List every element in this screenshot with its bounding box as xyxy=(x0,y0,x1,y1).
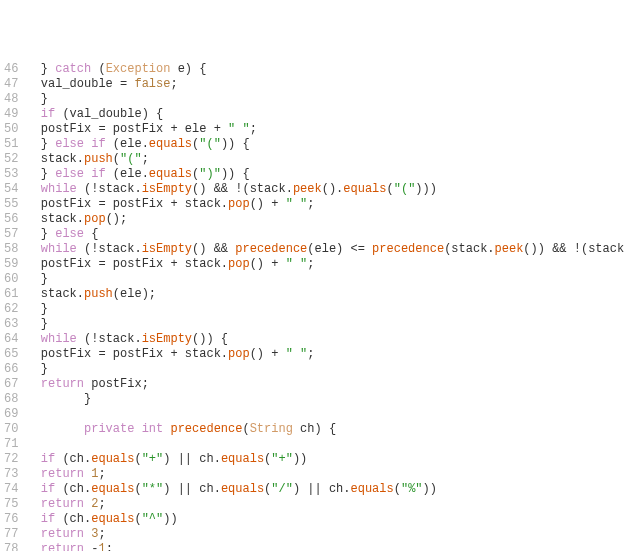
token xyxy=(26,182,40,196)
code-line[interactable]: if (val_double) { xyxy=(26,107,624,122)
line-number: 49 xyxy=(4,107,18,122)
token: )) xyxy=(423,482,437,496)
token: } xyxy=(26,272,48,286)
token: isEmpty xyxy=(142,332,192,346)
line-number: 76 xyxy=(4,512,18,527)
code-line[interactable]: while (!stack.isEmpty()) { xyxy=(26,332,624,347)
line-number-gutter: 4647484950515253545556575859606162636465… xyxy=(0,60,26,551)
token: } xyxy=(26,167,55,181)
code-line[interactable]: return 3; xyxy=(26,527,624,542)
token: )) { xyxy=(221,137,250,151)
token: (ele) <= xyxy=(307,242,372,256)
token: () + xyxy=(250,347,286,361)
token: catch xyxy=(55,62,91,76)
line-number: 50 xyxy=(4,122,18,137)
code-line[interactable]: } xyxy=(26,392,624,407)
code-line[interactable]: return 2; xyxy=(26,497,624,512)
token: ; xyxy=(98,497,105,511)
token: "%" xyxy=(401,482,423,496)
line-number: 69 xyxy=(4,407,18,422)
code-line[interactable]: } else if (ele.equals("(")) { xyxy=(26,137,624,152)
code-line[interactable]: stack.push("("; xyxy=(26,152,624,167)
code-line[interactable]: } xyxy=(26,317,624,332)
code-line[interactable]: private int precedence(String ch) { xyxy=(26,422,624,437)
token: "(" xyxy=(199,137,221,151)
token: ch) { xyxy=(293,422,336,436)
code-line[interactable]: return -1; xyxy=(26,542,624,551)
token: Exception xyxy=(106,62,171,76)
code-line[interactable]: postFix = postFix + stack.pop() + " "; xyxy=(26,347,624,362)
code-content[interactable]: } catch (Exception e) { val_double = fal… xyxy=(26,60,624,551)
code-line[interactable]: postFix = postFix + stack.pop() + " "; xyxy=(26,257,624,272)
code-line[interactable]: while (!stack.isEmpty() && !(stack.peek(… xyxy=(26,182,624,197)
token: precedence xyxy=(372,242,444,256)
line-number: 61 xyxy=(4,287,18,302)
token: " " xyxy=(228,122,250,136)
code-line[interactable]: } xyxy=(26,272,624,287)
code-line[interactable]: } xyxy=(26,92,624,107)
token: "*" xyxy=(142,482,164,496)
token: ; xyxy=(307,197,314,211)
token: push xyxy=(84,287,113,301)
token: postFix = postFix + stack. xyxy=(26,347,228,361)
token: precedence xyxy=(235,242,307,256)
token: postFix = postFix + stack. xyxy=(26,197,228,211)
token: (). xyxy=(322,182,344,196)
token: equals xyxy=(91,512,134,526)
token: "(" xyxy=(394,182,416,196)
token: ; xyxy=(307,347,314,361)
code-line[interactable]: stack.push(ele); xyxy=(26,287,624,302)
line-number: 59 xyxy=(4,257,18,272)
code-line[interactable]: } else { xyxy=(26,227,624,242)
code-line[interactable]: val_double = false; xyxy=(26,77,624,92)
token: (ele. xyxy=(106,137,149,151)
code-line[interactable]: stack.pop(); xyxy=(26,212,624,227)
token: { xyxy=(84,227,98,241)
token: pop xyxy=(228,257,250,271)
token: "/" xyxy=(271,482,293,496)
code-line[interactable]: if (ch.equals("^")) xyxy=(26,512,624,527)
token: () + xyxy=(250,197,286,211)
token xyxy=(26,242,40,256)
token: if xyxy=(41,482,55,496)
code-line[interactable]: } catch (Exception e) { xyxy=(26,62,624,77)
token: ; xyxy=(307,257,314,271)
token: equals xyxy=(343,182,386,196)
code-editor[interactable]: 4647484950515253545556575859606162636465… xyxy=(0,60,624,551)
token: while xyxy=(41,332,77,346)
token: push xyxy=(84,152,113,166)
code-line[interactable]: } else if (ele.equals(")")) { xyxy=(26,167,624,182)
token: precedence xyxy=(170,422,242,436)
token: "+" xyxy=(271,452,293,466)
line-number: 75 xyxy=(4,497,18,512)
line-number: 56 xyxy=(4,212,18,227)
line-number: 65 xyxy=(4,347,18,362)
token: ) || ch. xyxy=(163,482,221,496)
token: ; xyxy=(106,542,113,551)
code-line[interactable]: if (ch.equals("+") || ch.equals("+")) xyxy=(26,452,624,467)
code-line[interactable]: if (ch.equals("*") || ch.equals("/") || … xyxy=(26,482,624,497)
code-line[interactable]: } xyxy=(26,302,624,317)
line-number: 78 xyxy=(4,542,18,551)
token xyxy=(26,497,40,511)
code-line[interactable] xyxy=(26,407,624,422)
token: ( xyxy=(134,482,141,496)
token: } xyxy=(26,227,55,241)
code-line[interactable]: return postFix; xyxy=(26,377,624,392)
line-number: 53 xyxy=(4,167,18,182)
token: return xyxy=(41,542,84,551)
token: stack. xyxy=(26,212,84,226)
token: equals xyxy=(149,167,192,181)
code-line[interactable]: } xyxy=(26,362,624,377)
line-number: 74 xyxy=(4,482,18,497)
token: } xyxy=(26,92,48,106)
code-line[interactable]: postFix = postFix + stack.pop() + " "; xyxy=(26,197,624,212)
code-line[interactable]: postFix = postFix + ele + " "; xyxy=(26,122,624,137)
code-line[interactable]: while (!stack.isEmpty() && precedence(el… xyxy=(26,242,624,257)
token: "^" xyxy=(142,512,164,526)
code-line[interactable]: return 1; xyxy=(26,467,624,482)
token: e) { xyxy=(170,62,206,76)
token: (!stack. xyxy=(77,332,142,346)
code-line[interactable] xyxy=(26,437,624,452)
line-number: 48 xyxy=(4,92,18,107)
